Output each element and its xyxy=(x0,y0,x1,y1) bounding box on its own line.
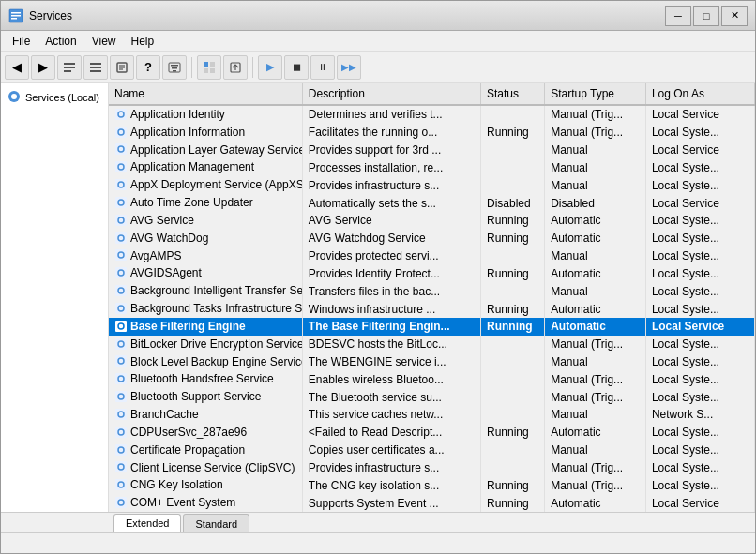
svg-rect-38 xyxy=(115,215,127,226)
pause-service-button[interactable]: ⏸ xyxy=(310,55,335,80)
table-row[interactable]: AVG WatchDogAVG Watchdog ServiceRunningA… xyxy=(109,230,755,247)
service-name-text: Client License Service (ClipSVC) xyxy=(130,461,295,474)
start-service-button[interactable]: ▶ xyxy=(258,55,282,80)
service-startup-cell: Manual (Trig... xyxy=(545,124,646,142)
service-logon-cell: Local Syste... xyxy=(645,353,754,371)
table-row[interactable]: Application Layer Gateway ServiceProvide… xyxy=(109,142,755,159)
service-logon-cell: Local Syste... xyxy=(645,336,754,353)
service-logon-cell: Local Service xyxy=(645,105,754,124)
service-name-text: Application Identity xyxy=(130,108,225,121)
menu-action[interactable]: Action xyxy=(38,33,83,50)
service-name-cell: BranchCache xyxy=(109,406,302,424)
close-button[interactable]: ✕ xyxy=(721,6,748,26)
table-row[interactable]: CDPUserSvc_287ae96<Failed to Read Descri… xyxy=(109,424,755,442)
table-row[interactable]: Block Level Backup Engine ServiceThe WBE… xyxy=(109,353,755,371)
service-name-cell: AppX Deployment Service (AppXSVC) xyxy=(109,176,302,194)
service-name-cell: Base Filtering Engine xyxy=(109,318,302,336)
svg-rect-40 xyxy=(115,232,127,244)
service-name-cell: Background Tasks Infrastructure Service xyxy=(109,300,302,318)
service-name-cell: Application Identity xyxy=(109,105,302,124)
service-name-text: BranchCache xyxy=(130,408,199,421)
back-button[interactable]: ◀ xyxy=(5,55,29,80)
minimize-button[interactable]: ─ xyxy=(665,6,691,26)
table-row[interactable]: Certificate PropagationCopies user certi… xyxy=(109,442,755,459)
service-logon-cell: Local Syste... xyxy=(645,247,754,265)
filter-button[interactable] xyxy=(162,55,187,80)
service-desc-cell: The Bluetooth service su... xyxy=(302,388,480,406)
table-row[interactable]: Application InformationFacilitates the r… xyxy=(109,124,755,142)
services-table[interactable]: Name Description Status Startup Type Log… xyxy=(109,83,755,512)
service-status-cell: Running xyxy=(480,212,544,230)
service-name-text: Application Information xyxy=(130,126,245,139)
resume-service-button[interactable]: ▶▶ xyxy=(337,55,361,80)
service-logon-cell: Local Service xyxy=(645,494,754,512)
service-desc-cell: <Failed to Read Descript... xyxy=(302,424,480,442)
svg-rect-15 xyxy=(171,65,178,67)
service-desc-cell: This service caches netw... xyxy=(302,406,480,424)
help-button[interactable]: ? xyxy=(136,55,160,80)
table-row[interactable]: Auto Time Zone UpdaterAutomatically sets… xyxy=(109,194,755,212)
table-row[interactable]: AVGIDSAgentProvides Identity Protect...R… xyxy=(109,264,755,282)
properties-button[interactable] xyxy=(110,55,134,80)
table-row[interactable]: BranchCacheThis service caches netw...Ma… xyxy=(109,406,755,424)
show-hide-button[interactable] xyxy=(57,55,82,80)
menu-help[interactable]: Help xyxy=(124,33,162,50)
table-row[interactable]: AvgAMPSProvides protected servi...Manual… xyxy=(109,247,755,265)
table-row[interactable]: BitLocker Drive Encryption ServiceBDESVC… xyxy=(109,336,755,353)
service-name-text: AvgAMPS xyxy=(130,249,181,262)
service-startup-cell: Manual (Trig... xyxy=(545,336,646,353)
service-name-cell: Certificate Propagation xyxy=(109,442,302,459)
menu-file[interactable]: File xyxy=(5,33,38,50)
service-logon-cell: Local Syste... xyxy=(645,212,754,230)
service-logon-cell: Local Syste... xyxy=(645,230,754,247)
service-desc-cell: Enables wireless Bluetoo... xyxy=(302,370,480,388)
column-header-startup[interactable]: Startup Type xyxy=(545,83,646,105)
tab-standard[interactable]: Standard xyxy=(183,514,249,532)
table-row[interactable]: Bluetooth Handsfree ServiceEnables wirel… xyxy=(109,370,755,388)
export-button[interactable] xyxy=(223,55,248,80)
svg-rect-32 xyxy=(115,161,127,172)
service-name-cell: Background Intelligent Transfer Service xyxy=(109,282,302,300)
column-header-name[interactable]: Name xyxy=(109,83,302,105)
table-row[interactable]: AppX Deployment Service (AppXSVC)Provide… xyxy=(109,176,755,194)
service-status-cell xyxy=(480,247,544,265)
table-row[interactable]: Bluetooth Support ServiceThe Bluetooth s… xyxy=(109,388,755,406)
left-panel-title: Services (Local) xyxy=(7,89,102,106)
svg-rect-48 xyxy=(115,303,127,314)
service-logon-cell: Local Syste... xyxy=(645,124,754,142)
forward-button[interactable]: ▶ xyxy=(31,55,55,80)
service-name-cell: AVG Service xyxy=(109,212,302,230)
service-logon-cell: Local Syste... xyxy=(645,370,754,388)
service-status-cell: Running xyxy=(480,476,544,494)
service-status-cell xyxy=(480,388,544,406)
details-view-button[interactable] xyxy=(197,55,221,80)
table-row[interactable]: Base Filtering EngineThe Base Filtering … xyxy=(109,318,755,336)
service-logon-cell: Network S... xyxy=(645,406,754,424)
table-header-row: Name Description Status Startup Type Log… xyxy=(109,83,755,105)
service-name-cell: Bluetooth Support Service xyxy=(109,388,302,406)
title-bar: Services ─ □ ✕ xyxy=(1,1,755,31)
service-startup-cell: Manual xyxy=(545,442,646,459)
maximize-button[interactable]: □ xyxy=(693,6,719,26)
column-header-status[interactable]: Status xyxy=(480,83,544,105)
column-header-logon[interactable]: Log On As xyxy=(645,83,754,105)
table-row[interactable]: Client License Service (ClipSVC)Provides… xyxy=(109,459,755,477)
service-name-text: BitLocker Drive Encryption Service xyxy=(130,337,302,351)
stop-service-button[interactable]: ◼ xyxy=(284,55,309,80)
service-logon-cell: Local Syste... xyxy=(645,282,754,300)
service-desc-cell: Provides infrastructure s... xyxy=(302,176,480,194)
table-row[interactable]: Application IdentityDetermines and verif… xyxy=(109,105,755,124)
table-row[interactable]: COM+ Event SystemSupports System Event .… xyxy=(109,494,755,512)
service-name-text: Application Management xyxy=(130,160,254,173)
table-row[interactable]: AVG ServiceAVG ServiceRunningAutomaticLo… xyxy=(109,212,755,230)
table-row[interactable]: CNG Key IsolationThe CNG key isolation s… xyxy=(109,476,755,494)
tab-extended[interactable]: Extended xyxy=(113,514,181,532)
column-header-description[interactable]: Description xyxy=(302,83,480,105)
menu-view[interactable]: View xyxy=(84,33,124,50)
table-row[interactable]: Background Intelligent Transfer ServiceT… xyxy=(109,282,755,300)
service-name-cell: Application Management xyxy=(109,158,302,176)
table-row[interactable]: Background Tasks Infrastructure ServiceW… xyxy=(109,300,755,318)
service-logon-cell: Local Syste... xyxy=(645,388,754,406)
up-button[interactable] xyxy=(83,55,108,80)
table-row[interactable]: Application ManagementProcesses installa… xyxy=(109,158,755,176)
